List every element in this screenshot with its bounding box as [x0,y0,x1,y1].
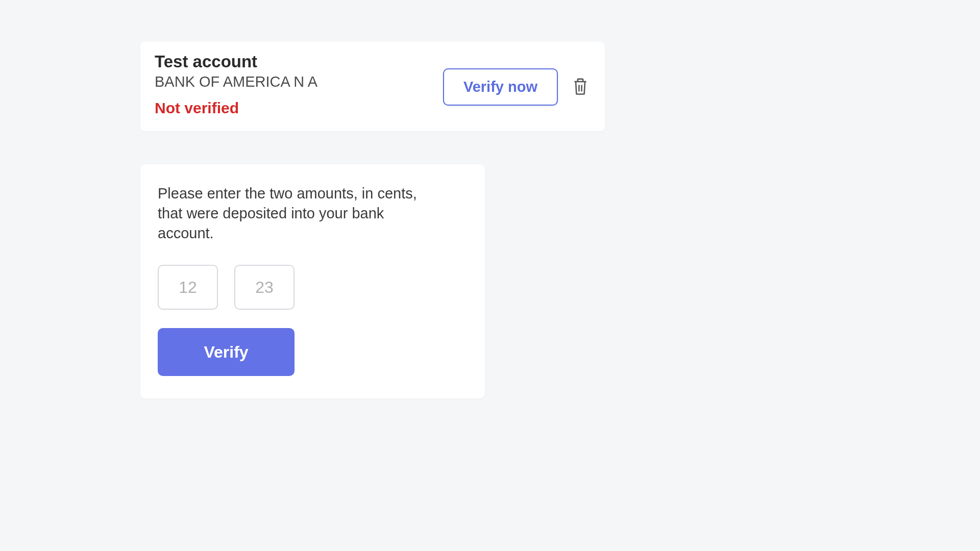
account-name: Test account [155,52,317,71]
amount-2-input[interactable] [234,265,295,310]
account-info: Test account BANK OF AMERICA N A Not ver… [155,52,317,117]
verify-button[interactable]: Verify [158,328,295,376]
amount-1-input[interactable] [158,265,218,310]
verification-status: Not verified [155,99,317,117]
verification-panel: Please enter the two amounts, in cents, … [140,164,485,398]
bank-name: BANK OF AMERICA N A [155,73,317,90]
account-card: Test account BANK OF AMERICA N A Not ver… [140,42,605,131]
verify-now-button[interactable]: Verify now [443,68,558,106]
trash-icon [572,89,589,97]
verification-instructions: Please enter the two amounts, in cents, … [158,184,444,243]
amount-inputs-row [158,265,468,310]
account-actions: Verify now [443,68,591,106]
delete-account-button[interactable] [570,75,591,99]
account-header: Test account BANK OF AMERICA N A Not ver… [155,52,591,117]
page-container: Test account BANK OF AMERICA N A Not ver… [0,0,980,551]
